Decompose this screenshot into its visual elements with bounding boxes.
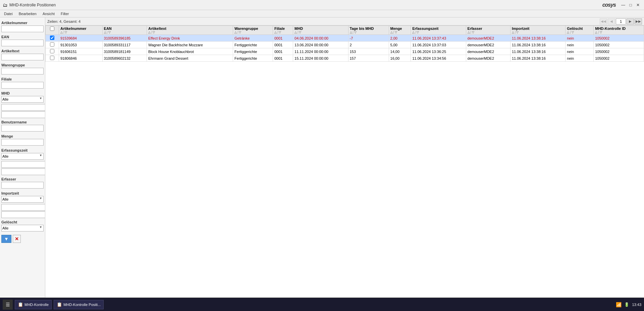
cell-erfassungszeit: 11.06.2024 13:37:43 — [411, 35, 466, 42]
cell-filiale: 0001 — [273, 48, 293, 55]
last-page-button[interactable]: ▶▶ — [635, 18, 642, 24]
table-container: Artikelnummer △|▽ EAN △|▽ — [45, 25, 644, 298]
app-title: MHD-Kontrolle Positionen — [9, 3, 56, 7]
cell-importzeit: 11.06.2024 13:38:16 — [510, 55, 565, 62]
cell-importzeit: 11.06.2024 13:38:16 — [510, 48, 565, 55]
th-checkbox — [46, 26, 59, 35]
menu-ansicht[interactable]: Ansicht — [40, 11, 57, 16]
label-erfassungszeit: Erfassungszeit — [1, 148, 44, 152]
table-row[interactable]: 91606151 3100589181149 Block House Knobl… — [46, 48, 644, 55]
select-all-checkbox[interactable] — [50, 27, 54, 31]
close-button[interactable]: ✕ — [635, 2, 641, 8]
sidebar-bottom-buttons: ▼ ✕ — [1, 235, 44, 243]
geloescht-select-wrapper: Alle — [1, 225, 44, 232]
menu-datei[interactable]: Datei — [1, 11, 15, 16]
cell-warengruppe: Getränke — [233, 35, 273, 42]
cell-artikelnummer: 91301053 — [59, 42, 103, 48]
row-checkbox[interactable] — [50, 36, 54, 40]
erfassungszeit-date-to[interactable] — [1, 168, 45, 175]
cell-mhd-kontrolle-id: 1050002 — [594, 55, 644, 62]
th-erfassungszeit: Erfassungszeit △|▽ — [411, 26, 466, 35]
input-benutzername[interactable] — [1, 125, 44, 132]
table-row[interactable]: 91539684 3100589396185 Effect Energy Dri… — [46, 35, 644, 42]
cell-artikelnummer: 91539684 — [59, 35, 103, 42]
cell-erfasser: demouserMDE2 — [466, 55, 510, 62]
select-mhd[interactable]: Alle — [1, 96, 44, 103]
top-bar: Zeilen: 4, Gesamt: 4 ◀◀ ◀ ▶ ▶▶ — [45, 17, 644, 25]
input-filiale[interactable] — [1, 82, 44, 89]
row-checkbox-cell — [46, 48, 59, 55]
erfassungszeit-date-to-row: 🗓 — [1, 168, 44, 175]
label-warengruppe: Warengruppe — [1, 63, 44, 67]
th-filiale: Filiale △|▽ — [273, 26, 293, 35]
cell-tage-bis-mhd: 2 — [348, 42, 389, 48]
mhd-select-wrapper: Alle — [1, 96, 44, 103]
cell-tage-bis-mhd: 157 — [348, 55, 389, 62]
label-importzeit: Importzeit — [1, 191, 44, 195]
input-warengruppe[interactable] — [1, 68, 44, 74]
cell-erfassungszeit: 11.06.2024 13:37:03 — [411, 42, 466, 48]
importzeit-date-to[interactable] — [1, 211, 45, 218]
cell-tage-bis-mhd: -7 — [348, 35, 389, 42]
taskbar-icon-2: 📋 — [57, 302, 62, 307]
mhd-date-from[interactable] — [1, 104, 45, 111]
cell-menge: 5,00 — [389, 42, 411, 48]
cell-warengruppe: Fertiggerichte — [233, 48, 273, 55]
table-row[interactable]: 91301053 3100589331117 Wagner Die Backfr… — [46, 42, 644, 48]
cell-mhd: 04.06.2024 00:00:00 — [293, 35, 348, 42]
input-ean[interactable] — [1, 40, 44, 46]
menu-bearbeiten[interactable]: Bearbeiten — [16, 11, 39, 16]
minimize-button[interactable]: — — [620, 2, 627, 8]
erfassungszeit-date-from[interactable] — [1, 161, 45, 168]
table-row[interactable]: 91806846 3100589602132 Ehrmann Grand Des… — [46, 55, 644, 62]
cell-warengruppe: Fertiggerichte — [233, 55, 273, 62]
importzeit-date-from[interactable] — [1, 204, 45, 211]
start-button[interactable]: ☰ — [3, 300, 13, 310]
row-checkbox[interactable] — [50, 42, 54, 47]
input-artikeltext[interactable] — [1, 54, 44, 60]
importzeit-date-from-row: 🗓 — [1, 204, 44, 211]
menu-filter[interactable]: Filter — [58, 11, 71, 16]
prev-page-button[interactable]: ◀ — [608, 18, 615, 24]
cell-importzeit: 11.06.2024 13:38:16 — [510, 42, 565, 48]
input-menge[interactable] — [1, 139, 44, 146]
th-artikeltext: Artikeltext △|▽ — [147, 26, 233, 35]
filter-clear-button[interactable]: ✕ — [13, 235, 21, 243]
mhd-date-to[interactable] — [1, 111, 45, 118]
label-menge: Menge — [1, 134, 44, 138]
row-checkbox[interactable] — [50, 56, 54, 60]
cell-importzeit: 11.06.2024 13:38:16 — [510, 35, 565, 42]
maximize-button[interactable]: □ — [627, 2, 634, 8]
select-geloescht[interactable]: Alle — [1, 225, 44, 231]
taskbar-icon-1: 📋 — [18, 302, 23, 307]
taskbar-item-mhd-kontrolle[interactable]: 📋 MHD-Kontrolle — [15, 300, 52, 309]
cell-mhd-kontrolle-id: 1050002 — [594, 35, 644, 42]
title-bar-left: 🗂 MHD-Kontrolle Positionen — [3, 2, 56, 8]
row-checkbox[interactable] — [50, 49, 54, 53]
select-erfassungszeit[interactable]: Alle — [1, 153, 44, 160]
row-checkbox-cell — [46, 35, 59, 42]
title-bar-controls: — □ ✕ — [620, 2, 641, 8]
cell-artikeltext: Ehrmann Grand Dessert — [147, 55, 233, 62]
taskbar-item-mhd-positionen[interactable]: 📋 MHD-Kontrolle Positi... — [54, 300, 104, 309]
filter-apply-button[interactable]: ▼ — [1, 235, 11, 243]
input-artikelnummer[interactable] — [1, 25, 44, 32]
taskbar: ☰ 📋 MHD-Kontrolle 📋 MHD-Kontrolle Positi… — [0, 298, 644, 311]
label-geloescht: Gelöscht — [1, 220, 44, 224]
th-erfasser: Erfasser △|▽ — [466, 26, 510, 35]
cell-erfasser: demouserMDE2 — [466, 42, 510, 48]
th-menge: Menge △|▽ — [389, 26, 411, 35]
right-panel: Zeilen: 4, Gesamt: 4 ◀◀ ◀ ▶ ▶▶ — [45, 17, 644, 298]
first-page-button[interactable]: ◀◀ — [600, 18, 607, 24]
taskbar-label-1: MHD-Kontrolle — [24, 303, 49, 307]
page-input[interactable] — [616, 18, 626, 24]
cell-geloescht: nein — [566, 35, 594, 42]
mhd-date-to-row: 🗓 — [1, 111, 44, 118]
select-importzeit[interactable]: Alle — [1, 196, 44, 203]
next-page-button[interactable]: ▶ — [627, 18, 634, 24]
cell-erfassungszeit: 11.06.2024 13:34:56 — [411, 55, 466, 62]
menu-bar: Datei Bearbeiten Ansicht Filter — [0, 10, 644, 17]
input-erfasser[interactable] — [1, 182, 44, 189]
th-artikelnummer: Artikelnummer △|▽ — [59, 26, 103, 35]
wifi-icon: 📶 — [616, 302, 622, 307]
